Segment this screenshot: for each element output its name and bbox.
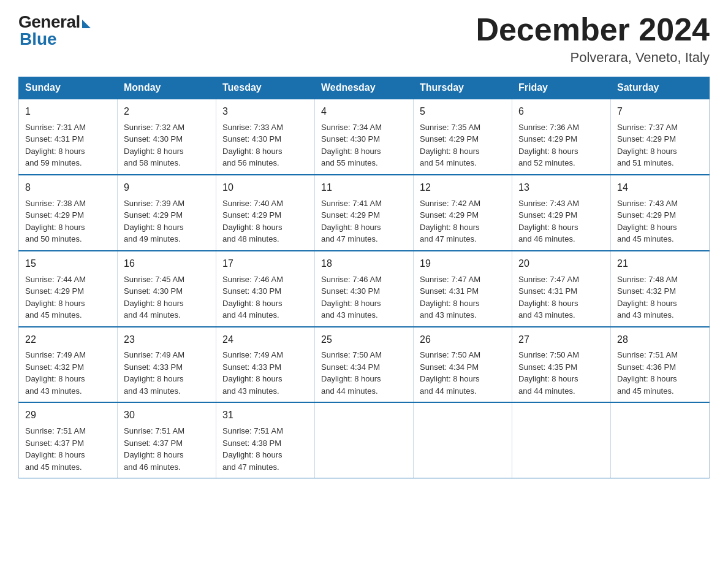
- day-info: Sunrise: 7:50 AMSunset: 4:34 PMDaylight:…: [321, 349, 407, 397]
- col-header-saturday: Saturday: [611, 77, 710, 99]
- calendar-cell: 11Sunrise: 7:41 AMSunset: 4:29 PMDayligh…: [315, 175, 414, 251]
- calendar-cell: 28Sunrise: 7:51 AMSunset: 4:36 PMDayligh…: [611, 327, 710, 403]
- calendar-cell: 4Sunrise: 7:34 AMSunset: 4:30 PMDaylight…: [315, 99, 414, 175]
- calendar-cell: [611, 402, 710, 478]
- day-number: 29: [25, 408, 111, 423]
- day-info: Sunrise: 7:43 AMSunset: 4:29 PMDaylight:…: [617, 197, 703, 245]
- day-info: Sunrise: 7:47 AMSunset: 4:31 PMDaylight:…: [518, 274, 604, 321]
- calendar-cell: 6Sunrise: 7:36 AMSunset: 4:29 PMDaylight…: [512, 99, 611, 175]
- logo-blue-text: Blue: [18, 29, 57, 49]
- day-number: 5: [420, 104, 506, 120]
- day-info: Sunrise: 7:49 AMSunset: 4:33 PMDaylight:…: [222, 349, 308, 397]
- title-area: December 2024 Polverara, Veneto, Italy: [476, 12, 710, 66]
- calendar-cell: 12Sunrise: 7:42 AMSunset: 4:29 PMDayligh…: [414, 175, 512, 251]
- day-info: Sunrise: 7:50 AMSunset: 4:34 PMDaylight:…: [420, 349, 506, 397]
- calendar-cell: 3Sunrise: 7:33 AMSunset: 4:30 PMDaylight…: [216, 99, 315, 175]
- day-info: Sunrise: 7:35 AMSunset: 4:29 PMDaylight:…: [420, 121, 506, 169]
- calendar-cell: 2Sunrise: 7:32 AMSunset: 4:30 PMDaylight…: [118, 99, 216, 175]
- location-title: Polverara, Veneto, Italy: [476, 50, 710, 66]
- day-number: 4: [321, 104, 407, 120]
- calendar-cell: 19Sunrise: 7:47 AMSunset: 4:31 PMDayligh…: [414, 251, 512, 327]
- calendar-cell: 29Sunrise: 7:51 AMSunset: 4:37 PMDayligh…: [19, 402, 118, 478]
- day-info: Sunrise: 7:43 AMSunset: 4:29 PMDaylight:…: [518, 197, 604, 245]
- calendar-cell: 31Sunrise: 7:51 AMSunset: 4:38 PMDayligh…: [216, 402, 315, 478]
- day-number: 23: [124, 332, 210, 348]
- day-info: Sunrise: 7:49 AMSunset: 4:33 PMDaylight:…: [124, 349, 210, 397]
- header: General Blue December 2024 Polverara, Ve…: [18, 12, 710, 66]
- calendar-cell: 24Sunrise: 7:49 AMSunset: 4:33 PMDayligh…: [216, 327, 315, 403]
- calendar-cell: [414, 402, 512, 478]
- day-number: 19: [420, 256, 506, 272]
- calendar-cell: 17Sunrise: 7:46 AMSunset: 4:30 PMDayligh…: [216, 251, 315, 327]
- day-number: 10: [222, 180, 308, 196]
- calendar-cell: [315, 402, 414, 478]
- calendar-week-row: 29Sunrise: 7:51 AMSunset: 4:37 PMDayligh…: [19, 402, 710, 478]
- calendar-cell: 18Sunrise: 7:46 AMSunset: 4:30 PMDayligh…: [315, 251, 414, 327]
- day-info: Sunrise: 7:47 AMSunset: 4:31 PMDaylight:…: [420, 274, 506, 321]
- calendar-cell: 26Sunrise: 7:50 AMSunset: 4:34 PMDayligh…: [414, 327, 512, 403]
- calendar-cell: 23Sunrise: 7:49 AMSunset: 4:33 PMDayligh…: [118, 327, 216, 403]
- calendar-cell: 5Sunrise: 7:35 AMSunset: 4:29 PMDaylight…: [414, 99, 512, 175]
- day-info: Sunrise: 7:50 AMSunset: 4:35 PMDaylight:…: [518, 349, 604, 397]
- calendar-week-row: 15Sunrise: 7:44 AMSunset: 4:29 PMDayligh…: [19, 251, 710, 327]
- day-number: 3: [222, 104, 308, 120]
- calendar-cell: 30Sunrise: 7:51 AMSunset: 4:37 PMDayligh…: [118, 402, 216, 478]
- day-number: 1: [25, 104, 111, 120]
- calendar-cell: 7Sunrise: 7:37 AMSunset: 4:29 PMDaylight…: [611, 99, 710, 175]
- day-number: 31: [222, 408, 308, 423]
- day-info: Sunrise: 7:41 AMSunset: 4:29 PMDaylight:…: [321, 197, 407, 245]
- logo: General Blue: [18, 12, 91, 49]
- day-number: 14: [617, 180, 703, 196]
- calendar-cell: 25Sunrise: 7:50 AMSunset: 4:34 PMDayligh…: [315, 327, 414, 403]
- day-number: 20: [518, 256, 604, 272]
- day-info: Sunrise: 7:51 AMSunset: 4:37 PMDaylight:…: [25, 425, 111, 473]
- calendar-cell: 20Sunrise: 7:47 AMSunset: 4:31 PMDayligh…: [512, 251, 611, 327]
- calendar-cell: 13Sunrise: 7:43 AMSunset: 4:29 PMDayligh…: [512, 175, 611, 251]
- day-number: 8: [25, 180, 111, 196]
- day-info: Sunrise: 7:51 AMSunset: 4:37 PMDaylight:…: [124, 425, 210, 473]
- day-number: 21: [617, 256, 703, 272]
- calendar-cell: 21Sunrise: 7:48 AMSunset: 4:32 PMDayligh…: [611, 251, 710, 327]
- col-header-friday: Friday: [512, 77, 611, 99]
- calendar-table: SundayMondayTuesdayWednesdayThursdayFrid…: [18, 77, 710, 478]
- day-number: 28: [617, 332, 703, 348]
- day-number: 7: [617, 104, 703, 120]
- day-info: Sunrise: 7:33 AMSunset: 4:30 PMDaylight:…: [222, 121, 308, 169]
- day-number: 13: [518, 180, 604, 196]
- day-number: 6: [518, 104, 604, 120]
- col-header-thursday: Thursday: [414, 77, 512, 99]
- day-number: 30: [124, 408, 210, 423]
- day-info: Sunrise: 7:46 AMSunset: 4:30 PMDaylight:…: [321, 274, 407, 321]
- day-number: 22: [25, 332, 111, 348]
- day-info: Sunrise: 7:39 AMSunset: 4:29 PMDaylight:…: [124, 197, 210, 245]
- col-header-sunday: Sunday: [19, 77, 118, 99]
- day-info: Sunrise: 7:34 AMSunset: 4:30 PMDaylight:…: [321, 121, 407, 169]
- day-info: Sunrise: 7:46 AMSunset: 4:30 PMDaylight:…: [222, 274, 308, 321]
- month-title: December 2024: [476, 12, 710, 47]
- day-info: Sunrise: 7:31 AMSunset: 4:31 PMDaylight:…: [25, 121, 111, 169]
- day-number: 12: [420, 180, 506, 196]
- day-number: 9: [124, 180, 210, 196]
- calendar-week-row: 1Sunrise: 7:31 AMSunset: 4:31 PMDaylight…: [19, 99, 710, 175]
- day-number: 11: [321, 180, 407, 196]
- day-number: 18: [321, 256, 407, 272]
- calendar-cell: 16Sunrise: 7:45 AMSunset: 4:30 PMDayligh…: [118, 251, 216, 327]
- day-info: Sunrise: 7:36 AMSunset: 4:29 PMDaylight:…: [518, 121, 604, 169]
- day-info: Sunrise: 7:45 AMSunset: 4:30 PMDaylight:…: [124, 274, 210, 321]
- day-info: Sunrise: 7:42 AMSunset: 4:29 PMDaylight:…: [420, 197, 506, 245]
- calendar-cell: 10Sunrise: 7:40 AMSunset: 4:29 PMDayligh…: [216, 175, 315, 251]
- day-info: Sunrise: 7:40 AMSunset: 4:29 PMDaylight:…: [222, 197, 308, 245]
- col-header-tuesday: Tuesday: [216, 77, 315, 99]
- calendar-cell: 22Sunrise: 7:49 AMSunset: 4:32 PMDayligh…: [19, 327, 118, 403]
- calendar-week-row: 22Sunrise: 7:49 AMSunset: 4:32 PMDayligh…: [19, 327, 710, 403]
- day-number: 17: [222, 256, 308, 272]
- day-info: Sunrise: 7:44 AMSunset: 4:29 PMDaylight:…: [25, 274, 111, 321]
- day-number: 24: [222, 332, 308, 348]
- day-number: 15: [25, 256, 111, 272]
- calendar-cell: [512, 402, 611, 478]
- col-header-wednesday: Wednesday: [315, 77, 414, 99]
- day-info: Sunrise: 7:51 AMSunset: 4:36 PMDaylight:…: [617, 349, 703, 397]
- day-info: Sunrise: 7:48 AMSunset: 4:32 PMDaylight:…: [617, 274, 703, 321]
- day-number: 2: [124, 104, 210, 120]
- day-info: Sunrise: 7:51 AMSunset: 4:38 PMDaylight:…: [222, 425, 308, 473]
